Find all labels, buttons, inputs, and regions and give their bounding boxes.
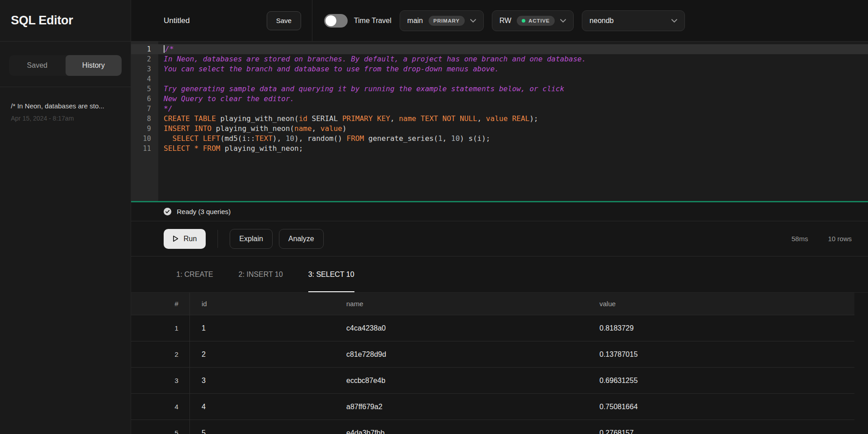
code-token: , [390, 114, 399, 123]
code-token: SELECT [164, 144, 190, 153]
results-header-row: # id name value [131, 293, 854, 315]
editor-line[interactable]: 5Try generating sample data and querying… [131, 84, 868, 94]
code-token: 10 [286, 134, 294, 143]
save-button[interactable]: Save [267, 11, 301, 30]
code-token: SELECT [172, 134, 198, 143]
editor-line[interactable]: 11SELECT * FROM playing_with_neon; [131, 144, 868, 154]
code-token: You can select the branch and database t… [164, 65, 499, 73]
line-number: 8 [131, 114, 158, 124]
code-token: , [477, 114, 486, 123]
history-item-timestamp: Apr 15, 2024 - 8:17am [11, 115, 120, 122]
result-tab[interactable]: 1: CREATE [176, 257, 213, 292]
table-cell: eccbc87e4b [335, 377, 588, 385]
table-cell: 2 [190, 350, 335, 359]
explain-button[interactable]: Explain [230, 229, 272, 249]
query-duration: 58ms [792, 235, 808, 243]
code-token: , [443, 134, 451, 143]
table-cell: 5 [190, 429, 335, 434]
editor-line[interactable]: 9INSERT INTO playing_with_neon(name, val… [131, 124, 868, 134]
code-token: 1 [438, 134, 443, 143]
line-number: 1 [131, 44, 158, 54]
code-token: ) s(i); [460, 134, 490, 143]
code-token [164, 134, 172, 143]
branch-name: main [407, 17, 423, 25]
time-travel-toggle[interactable] [324, 14, 348, 28]
code-token: id [299, 114, 307, 123]
analyze-button[interactable]: Analyze [279, 229, 324, 249]
tab-saved[interactable]: Saved [9, 55, 66, 76]
code-token: Try generating sample data and querying … [164, 84, 564, 93]
page-title: SQL Editor [11, 14, 73, 28]
column-header-name: name [335, 300, 588, 308]
code-token [190, 144, 194, 153]
run-button[interactable]: Run [164, 229, 206, 249]
result-tabs: 1: CREATE2: INSERT 103: SELECT 10 [131, 257, 868, 293]
table-cell: e4da3b7fbb [335, 429, 588, 434]
play-icon [173, 235, 179, 242]
time-travel-group: Time Travel [324, 14, 392, 28]
table-cell: c81e728d9d [335, 350, 588, 359]
editor-line[interactable]: 6New Query to clear the editor. [131, 94, 868, 104]
status-bar: Ready (3 queries) [131, 202, 868, 221]
code-token: value [321, 124, 342, 133]
editor-line[interactable]: 7*/ [131, 104, 868, 114]
code-token: REAL [512, 114, 530, 123]
code-text [158, 74, 164, 84]
editor-line[interactable]: 1/* [131, 44, 868, 54]
result-tab[interactable]: 2: INSERT 10 [239, 257, 283, 292]
branch-selector[interactable]: main PRIMARY [400, 10, 484, 31]
table-cell: 1 [190, 324, 335, 332]
code-text: In Neon, databases are stored on branche… [158, 54, 586, 64]
database-selector[interactable]: neondb [582, 10, 685, 31]
code-token: 10 [451, 134, 460, 143]
code-editor[interactable]: 1/*2In Neon, databases are stored on bra… [131, 42, 868, 201]
line-number: 10 [131, 134, 158, 144]
row-index-cell: 4 [164, 394, 190, 420]
actions-bar: Run Explain Analyze 58ms 10 rows [131, 221, 868, 257]
code-token: (md5(i:: [220, 134, 255, 143]
code-token: INSERT INTO [164, 124, 212, 133]
code-token: playing_with_neon; [220, 144, 303, 153]
table-row[interactable]: 33eccbc87e4b0.69631255 [131, 368, 854, 394]
code-token: TEXT [255, 134, 273, 143]
query-name[interactable]: Untitled [164, 16, 190, 25]
code-token [198, 144, 203, 153]
table-cell: 0.13787015 [588, 350, 854, 359]
code-token: ); [529, 114, 538, 123]
table-row[interactable]: 11c4ca4238a00.8183729 [131, 315, 854, 341]
compute-status-badge: ACTIVE [517, 16, 555, 26]
tab-history[interactable]: History [66, 55, 122, 76]
editor-line[interactable]: 2In Neon, databases are stored on branch… [131, 54, 868, 64]
editor-line[interactable]: 10 SELECT LEFT(md5(i::TEXT), 10), random… [131, 134, 868, 144]
table-cell: a87ff679a2 [335, 403, 588, 411]
table-cell: 0.69631255 [588, 377, 854, 385]
database-name: neondb [590, 17, 613, 25]
code-token: value [486, 114, 508, 123]
row-index-cell: 2 [164, 341, 190, 367]
editor-line[interactable]: 4 [131, 74, 868, 84]
editor-line[interactable]: 8CREATE TABLE playing_with_neon(id SERIA… [131, 114, 868, 124]
history-list-item[interactable]: /* In Neon, databases are sto... Apr 15,… [0, 87, 131, 122]
code-token: generate_series( [364, 134, 438, 143]
compute-selector[interactable]: RW ACTIVE [492, 10, 574, 31]
editor-line[interactable]: 3You can select the branch and database … [131, 64, 868, 74]
main-pane: Untitled Save Time Travel main PRIMARY R… [131, 0, 868, 434]
table-cell: 3 [190, 377, 335, 385]
column-header-id: id [190, 300, 335, 308]
table-row[interactable]: 55e4da3b7fbb0.2768157 [131, 420, 854, 434]
code-text: You can select the branch and database t… [158, 64, 499, 74]
code-token: , [312, 124, 321, 133]
table-cell: 0.8183729 [588, 324, 854, 332]
result-tab[interactable]: 3: SELECT 10 [308, 257, 354, 292]
code-text: SELECT LEFT(md5(i::TEXT), 10), random() … [158, 134, 491, 144]
code-token: CREATE TABLE [164, 114, 216, 123]
code-token: playing_with_neon( [212, 124, 294, 133]
line-number: 4 [131, 74, 158, 84]
results-body: 11c4ca4238a00.818372922c81e728d9d0.13787… [131, 315, 868, 434]
table-row[interactable]: 44a87ff679a20.75081664 [131, 394, 854, 420]
table-row[interactable]: 22c81e728d9d0.13787015 [131, 341, 854, 368]
table-cell: 0.2768157 [588, 429, 854, 434]
column-header-index: # [164, 293, 190, 315]
code-token: In Neon, databases are stored on branche… [164, 55, 586, 63]
table-cell: 4 [190, 403, 335, 411]
